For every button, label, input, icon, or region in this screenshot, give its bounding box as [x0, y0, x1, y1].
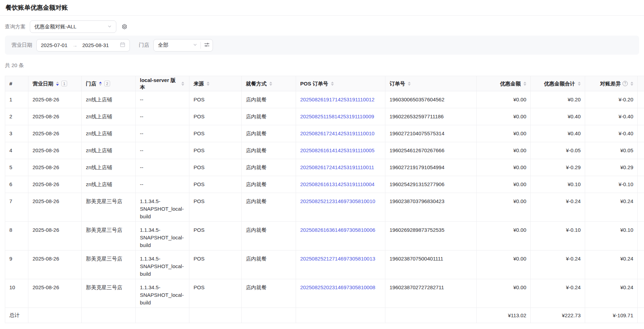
col-local-server-version[interactable]: local-server 版本 — [136, 76, 189, 91]
cell-index: 9 — [5, 250, 28, 279]
filter-band: 营业日期 2025-07-01 → 2025-08-31 门店 全部 — [5, 36, 639, 55]
cell-index: 7 — [5, 193, 28, 222]
cell-reconciliation-diff: ¥-0.20 — [585, 91, 638, 108]
biz-date-range-picker[interactable]: 2025-07-01 → 2025-08-31 — [36, 39, 130, 52]
cell-local-server-version: -- — [136, 142, 189, 159]
table-body: 1 2025-08-26 zn线上店铺 -- POS 店内就餐 20250826… — [5, 91, 644, 308]
pos-order-link[interactable]: 20250825115814253191110009 — [300, 113, 374, 119]
col-source[interactable]: 来源 — [189, 76, 242, 91]
cell-source: POS — [189, 176, 242, 193]
sort-carets[interactable] — [99, 82, 102, 86]
cell-reconciliation-diff: ¥0.10 — [585, 222, 638, 250]
col-reconciliation-diff[interactable]: 对账差异 ? — [585, 76, 638, 91]
pos-order-link[interactable]: 20250826191714253191110012 — [300, 97, 375, 102]
pos-order-link[interactable]: 20250826172414253191110010 — [300, 130, 375, 136]
cell-store: zn线上店铺 — [82, 159, 136, 176]
help-icon[interactable]: ? — [623, 81, 628, 86]
cell-reconciliation-diff: ¥-0.40 — [585, 125, 638, 142]
cell-index: 5 — [5, 159, 28, 176]
col-order-no[interactable]: 订单号 — [385, 76, 477, 91]
cell-source: POS — [189, 279, 242, 308]
cell-local-server-version: -- — [136, 91, 189, 108]
cell-discount-amount-sum: ¥-0.29 — [531, 159, 585, 176]
pos-order-link[interactable]: 20250826163614697305810006 — [300, 227, 375, 233]
cell-local-server-version: 1.1.34.5-SNAPSHOT_local-build — [136, 250, 189, 279]
cell-pos-order-no: 20250826161414253191110005 — [296, 142, 385, 159]
cell-discount-amount: ¥0.00 — [477, 108, 531, 125]
col-biz-date[interactable]: 营业日期 1 — [28, 76, 82, 91]
query-scheme-select[interactable]: 优惠金额对账-ALL — [30, 20, 116, 33]
cell-reconciliation-diff: ¥-0.10 — [585, 176, 638, 193]
chevron-down-icon — [107, 24, 112, 30]
cell-pos-order-no: 20250826191714253191110012 — [296, 91, 385, 108]
cell-discount-amount: ¥0.00 — [477, 279, 531, 308]
cell-store: zn线上店铺 — [82, 91, 136, 108]
cell-index: 4 — [5, 142, 28, 159]
col-discount-amount-sum[interactable]: 优惠金额合计 — [531, 76, 585, 91]
pos-order-link[interactable]: 20250825202314697305810008 — [300, 284, 375, 290]
cell-store: zn线上店铺 — [82, 125, 136, 142]
cell-local-server-version: -- — [136, 108, 189, 125]
sort-carets[interactable] — [331, 82, 334, 86]
store-select[interactable]: 全部 — [153, 39, 213, 52]
cell-index: 8 — [5, 222, 28, 250]
cell-extra-clipped — [638, 250, 644, 279]
filter-sliders-icon[interactable] — [204, 42, 210, 49]
cell-local-server-version: 1.1.34.5-SNAPSHOT_local-build — [136, 222, 189, 250]
cell-pos-order-no: 20250825212714697305810013 — [296, 250, 385, 279]
cell-biz-date: 2025-08-26 — [28, 250, 82, 279]
cell-order-no: 1960238707500401111 — [385, 250, 477, 279]
pos-order-link[interactable]: 20250826161414253191110005 — [300, 147, 375, 153]
cell-extra-clipped — [638, 193, 644, 222]
col-extra-clipped — [638, 76, 644, 91]
cell-index: 6 — [5, 176, 28, 193]
table-row: 6 2025-08-26 zn线上店铺 -- POS 店内就餐 20250826… — [5, 176, 644, 193]
cell-source: POS — [189, 142, 242, 159]
col-pos-order-no[interactable]: POS 订单号 — [296, 76, 385, 91]
cell-biz-date: 2025-08-26 — [28, 91, 82, 108]
cell-index: 3 — [5, 125, 28, 142]
setting-gear-icon[interactable] — [121, 24, 128, 30]
cell-source: POS — [189, 91, 242, 108]
cell-extra-clipped — [638, 108, 644, 125]
cell-pos-order-no: 20250826172414253191110010 — [296, 125, 385, 142]
date-start-value[interactable]: 2025-07-01 — [41, 42, 68, 48]
pos-order-link[interactable]: 20250826161314253191110004 — [300, 181, 375, 187]
col-store[interactable]: 门店 2 — [82, 76, 136, 91]
cell-index: 1 — [5, 91, 28, 108]
sort-carets[interactable] — [181, 82, 184, 86]
cell-extra-clipped — [638, 176, 644, 193]
sort-carets[interactable] — [56, 82, 59, 86]
cell-extra-clipped — [638, 159, 644, 176]
pos-order-link[interactable]: 20250825212314697305810010 — [300, 198, 375, 204]
date-end-value[interactable]: 2025-08-31 — [82, 42, 109, 48]
sort-carets[interactable] — [269, 82, 272, 86]
col-discount-amount[interactable]: 优惠金额 — [477, 76, 531, 91]
store-select-value: 全部 — [158, 42, 168, 48]
cell-source: POS — [189, 125, 242, 142]
sort-carets[interactable] — [630, 82, 633, 86]
sort-priority-badge: 1 — [61, 81, 67, 86]
cell-store: 那美克星三号店 — [82, 250, 136, 279]
sort-carets[interactable] — [524, 82, 526, 86]
cell-local-server-version: 1.1.34.5-SNAPSHOT_local-build — [136, 279, 189, 308]
calendar-icon — [120, 42, 125, 48]
cell-reconciliation-diff: ¥0.24 — [585, 250, 638, 279]
table-row: 7 2025-08-26 那美克星三号店 1.1.34.5-SNAPSHOT_l… — [5, 193, 644, 222]
table-row: 2 2025-08-26 zn线上店铺 -- POS 店内就餐 20250825… — [5, 108, 644, 125]
table-row: 4 2025-08-26 zn线上店铺 -- POS 店内就餐 20250826… — [5, 142, 644, 159]
sort-carets[interactable] — [408, 82, 411, 86]
pos-order-link[interactable]: 20250826172414253191110011 — [300, 164, 374, 170]
sort-carets[interactable] — [207, 82, 209, 86]
cell-store: 那美克星三号店 — [82, 279, 136, 308]
cell-discount-amount: ¥0.00 — [477, 142, 531, 159]
pos-order-link[interactable]: 20250825212714697305810013 — [300, 256, 375, 262]
cell-source: POS — [189, 108, 242, 125]
cell-discount-amount: ¥0.00 — [477, 250, 531, 279]
cell-source: POS — [189, 193, 242, 222]
table-row: 5 2025-08-26 zn线上店铺 -- POS 店内就餐 20250826… — [5, 159, 644, 176]
col-dining-mode[interactable]: 就餐方式 — [242, 76, 296, 91]
cell-dining-mode: 店内就餐 — [242, 279, 296, 308]
sort-priority-badge: 2 — [104, 81, 110, 86]
sort-carets[interactable] — [578, 82, 581, 86]
